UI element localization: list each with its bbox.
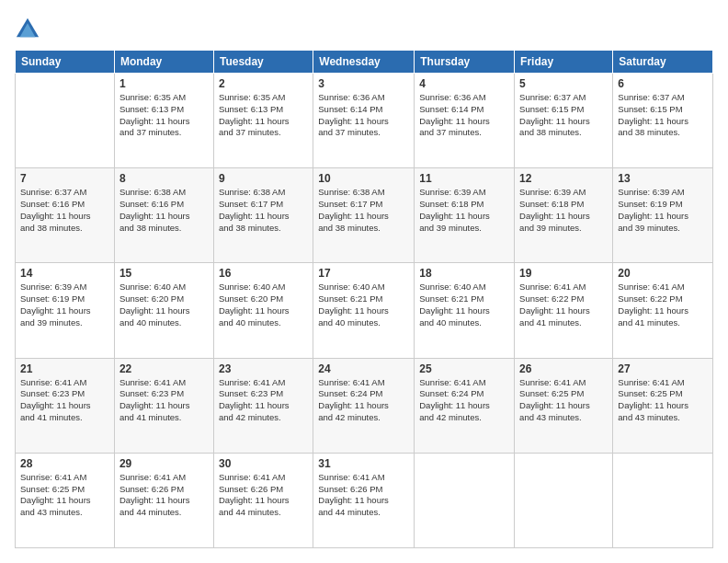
- calendar-cell: [415, 453, 515, 547]
- calendar-cell: 12Sunrise: 6:39 AM Sunset: 6:18 PM Dayli…: [515, 168, 613, 263]
- day-number: 23: [219, 362, 308, 375]
- day-info: Sunrise: 6:38 AM Sunset: 6:16 PM Dayligh…: [119, 187, 209, 234]
- day-number: 24: [318, 362, 409, 375]
- day-info: Sunrise: 6:41 AM Sunset: 6:24 PM Dayligh…: [419, 377, 509, 424]
- calendar-cell: 15Sunrise: 6:40 AM Sunset: 6:20 PM Dayli…: [114, 263, 213, 358]
- weekday-header-sunday: Sunday: [16, 51, 115, 74]
- day-info: Sunrise: 6:41 AM Sunset: 6:22 PM Dayligh…: [519, 282, 608, 328]
- day-info: Sunrise: 6:40 AM Sunset: 6:21 PM Dayligh…: [318, 282, 409, 328]
- page: SundayMondayTuesdayWednesdayThursdayFrid…: [0, 0, 728, 563]
- weekday-header-friday: Friday: [515, 51, 613, 74]
- day-info: Sunrise: 6:41 AM Sunset: 6:25 PM Dayligh…: [20, 472, 109, 519]
- day-info: Sunrise: 6:36 AM Sunset: 6:14 PM Dayligh…: [318, 92, 409, 139]
- weekday-header-thursday: Thursday: [415, 51, 515, 74]
- calendar-cell: 6Sunrise: 6:37 AM Sunset: 6:15 PM Daylig…: [613, 74, 713, 168]
- calendar-cell: 8Sunrise: 6:38 AM Sunset: 6:16 PM Daylig…: [114, 168, 213, 263]
- calendar-cell: 21Sunrise: 6:41 AM Sunset: 6:23 PM Dayli…: [16, 358, 115, 453]
- day-info: Sunrise: 6:41 AM Sunset: 6:26 PM Dayligh…: [219, 472, 308, 519]
- day-number: 9: [219, 172, 308, 185]
- calendar-cell: 22Sunrise: 6:41 AM Sunset: 6:23 PM Dayli…: [114, 358, 213, 453]
- week-row-2: 14Sunrise: 6:39 AM Sunset: 6:19 PM Dayli…: [16, 263, 713, 358]
- day-number: 19: [519, 267, 608, 280]
- day-number: 27: [618, 362, 708, 375]
- day-info: Sunrise: 6:41 AM Sunset: 6:22 PM Dayligh…: [618, 282, 708, 328]
- calendar-body: 1Sunrise: 6:35 AM Sunset: 6:13 PM Daylig…: [16, 74, 713, 548]
- day-info: Sunrise: 6:39 AM Sunset: 6:19 PM Dayligh…: [20, 282, 109, 328]
- day-number: 18: [419, 267, 509, 280]
- calendar-cell: 26Sunrise: 6:41 AM Sunset: 6:25 PM Dayli…: [515, 358, 613, 453]
- calendar-cell: 9Sunrise: 6:38 AM Sunset: 6:17 PM Daylig…: [213, 168, 313, 263]
- day-info: Sunrise: 6:38 AM Sunset: 6:17 PM Dayligh…: [219, 187, 308, 234]
- calendar-header: SundayMondayTuesdayWednesdayThursdayFrid…: [16, 51, 713, 74]
- day-info: Sunrise: 6:41 AM Sunset: 6:26 PM Dayligh…: [318, 472, 409, 519]
- day-number: 12: [519, 172, 608, 185]
- calendar-cell: 13Sunrise: 6:39 AM Sunset: 6:19 PM Dayli…: [613, 168, 713, 263]
- calendar-cell: 30Sunrise: 6:41 AM Sunset: 6:26 PM Dayli…: [213, 453, 313, 547]
- week-row-0: 1Sunrise: 6:35 AM Sunset: 6:13 PM Daylig…: [16, 74, 713, 168]
- day-number: 15: [119, 267, 209, 280]
- day-number: 6: [618, 77, 708, 90]
- calendar-cell: 18Sunrise: 6:40 AM Sunset: 6:21 PM Dayli…: [415, 263, 515, 358]
- day-info: Sunrise: 6:41 AM Sunset: 6:25 PM Dayligh…: [618, 377, 708, 424]
- calendar-cell: 17Sunrise: 6:40 AM Sunset: 6:21 PM Dayli…: [313, 263, 415, 358]
- calendar-cell: 19Sunrise: 6:41 AM Sunset: 6:22 PM Dayli…: [515, 263, 613, 358]
- day-info: Sunrise: 6:41 AM Sunset: 6:25 PM Dayligh…: [519, 377, 608, 424]
- calendar-cell: 27Sunrise: 6:41 AM Sunset: 6:25 PM Dayli…: [613, 358, 713, 453]
- day-number: 10: [318, 172, 409, 185]
- day-number: 8: [119, 172, 209, 185]
- day-info: Sunrise: 6:39 AM Sunset: 6:19 PM Dayligh…: [618, 187, 708, 234]
- week-row-4: 28Sunrise: 6:41 AM Sunset: 6:25 PM Dayli…: [16, 453, 713, 547]
- calendar-cell: 5Sunrise: 6:37 AM Sunset: 6:15 PM Daylig…: [515, 74, 613, 168]
- day-number: 22: [119, 362, 209, 375]
- day-number: 1: [119, 77, 209, 90]
- calendar-cell: 31Sunrise: 6:41 AM Sunset: 6:26 PM Dayli…: [313, 453, 415, 547]
- day-info: Sunrise: 6:41 AM Sunset: 6:24 PM Dayligh…: [318, 377, 409, 424]
- day-number: 31: [318, 457, 409, 470]
- day-number: 16: [219, 267, 308, 280]
- day-number: 4: [419, 77, 509, 90]
- day-number: 7: [20, 172, 109, 185]
- day-number: 17: [318, 267, 409, 280]
- day-info: Sunrise: 6:35 AM Sunset: 6:13 PM Dayligh…: [119, 92, 209, 139]
- day-info: Sunrise: 6:37 AM Sunset: 6:15 PM Dayligh…: [519, 92, 608, 139]
- calendar-cell: 28Sunrise: 6:41 AM Sunset: 6:25 PM Dayli…: [16, 453, 115, 547]
- calendar-cell: [613, 453, 713, 547]
- calendar-cell: 24Sunrise: 6:41 AM Sunset: 6:24 PM Dayli…: [313, 358, 415, 453]
- calendar-cell: 10Sunrise: 6:38 AM Sunset: 6:17 PM Dayli…: [313, 168, 415, 263]
- calendar-cell: 29Sunrise: 6:41 AM Sunset: 6:26 PM Dayli…: [114, 453, 213, 547]
- day-number: 26: [519, 362, 608, 375]
- weekday-header-monday: Monday: [114, 51, 213, 74]
- day-info: Sunrise: 6:36 AM Sunset: 6:14 PM Dayligh…: [419, 92, 509, 139]
- calendar-table: SundayMondayTuesdayWednesdayThursdayFrid…: [15, 50, 713, 548]
- logo: [15, 15, 44, 40]
- day-number: 5: [519, 77, 608, 90]
- header: [15, 15, 713, 40]
- day-info: Sunrise: 6:38 AM Sunset: 6:17 PM Dayligh…: [318, 187, 409, 234]
- calendar-cell: [515, 453, 613, 547]
- day-number: 30: [219, 457, 308, 470]
- day-number: 25: [419, 362, 509, 375]
- day-number: 14: [20, 267, 109, 280]
- weekday-header-row: SundayMondayTuesdayWednesdayThursdayFrid…: [16, 51, 713, 74]
- weekday-header-tuesday: Tuesday: [213, 51, 313, 74]
- day-info: Sunrise: 6:41 AM Sunset: 6:26 PM Dayligh…: [119, 472, 209, 519]
- week-row-3: 21Sunrise: 6:41 AM Sunset: 6:23 PM Dayli…: [16, 358, 713, 453]
- calendar-cell: [16, 74, 115, 168]
- day-info: Sunrise: 6:40 AM Sunset: 6:20 PM Dayligh…: [119, 282, 209, 328]
- day-info: Sunrise: 6:39 AM Sunset: 6:18 PM Dayligh…: [419, 187, 509, 234]
- day-info: Sunrise: 6:37 AM Sunset: 6:16 PM Dayligh…: [20, 187, 109, 234]
- calendar-cell: 2Sunrise: 6:35 AM Sunset: 6:13 PM Daylig…: [213, 74, 313, 168]
- day-info: Sunrise: 6:41 AM Sunset: 6:23 PM Dayligh…: [219, 377, 308, 424]
- day-number: 3: [318, 77, 409, 90]
- day-number: 13: [618, 172, 708, 185]
- day-info: Sunrise: 6:35 AM Sunset: 6:13 PM Dayligh…: [219, 92, 308, 139]
- day-info: Sunrise: 6:37 AM Sunset: 6:15 PM Dayligh…: [618, 92, 708, 139]
- day-info: Sunrise: 6:40 AM Sunset: 6:20 PM Dayligh…: [219, 282, 308, 328]
- day-info: Sunrise: 6:40 AM Sunset: 6:21 PM Dayligh…: [419, 282, 509, 328]
- weekday-header-wednesday: Wednesday: [313, 51, 415, 74]
- calendar-cell: 1Sunrise: 6:35 AM Sunset: 6:13 PM Daylig…: [114, 74, 213, 168]
- day-number: 2: [219, 77, 308, 90]
- day-number: 20: [618, 267, 708, 280]
- calendar-cell: 11Sunrise: 6:39 AM Sunset: 6:18 PM Dayli…: [415, 168, 515, 263]
- logo-icon: [15, 15, 40, 40]
